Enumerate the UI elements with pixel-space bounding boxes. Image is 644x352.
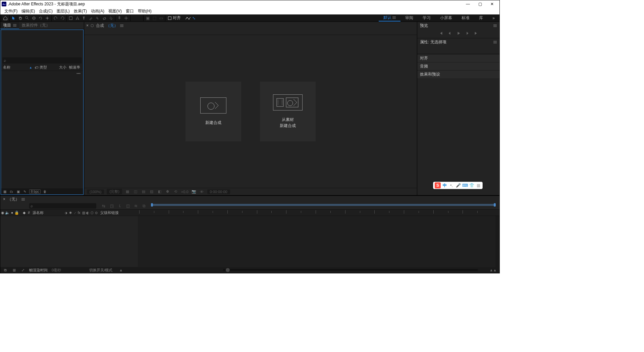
color-mgmt-icon[interactable]: ✲ bbox=[165, 189, 170, 194]
timeline-vscroll[interactable] bbox=[495, 216, 499, 267]
timeline-tracks[interactable]: ◩ bbox=[138, 216, 499, 267]
roto-tool[interactable] bbox=[108, 15, 114, 21]
properties-panel-header[interactable]: 属性: 无选择项 bbox=[417, 38, 499, 46]
toggle-switches-icon[interactable]: ⧉ bbox=[3, 268, 8, 272]
mode-2[interactable]: ⬚ bbox=[151, 15, 158, 21]
orbit-tool[interactable] bbox=[31, 15, 37, 21]
lock-col-icon[interactable]: 🔒 bbox=[14, 211, 19, 215]
video-col-icon[interactable]: ◉ bbox=[0, 211, 5, 215]
minimize-button[interactable]: — bbox=[462, 0, 474, 8]
workspace-learn[interactable]: 学习 bbox=[418, 14, 435, 21]
snap-toggle[interactable]: 对齐 bbox=[166, 15, 183, 21]
ime-punct-icon[interactable]: •, bbox=[449, 183, 454, 188]
maximize-button[interactable]: ▢ bbox=[474, 0, 486, 8]
current-time[interactable]: 0:00:00:00 bbox=[207, 189, 230, 194]
timeline-tab-label[interactable]: （无） bbox=[7, 196, 19, 202]
col-rate[interactable]: 帧速率 bbox=[68, 65, 81, 70]
trash-icon[interactable]: 🗑 bbox=[43, 190, 47, 193]
type-tool[interactable]: T bbox=[81, 15, 88, 21]
close-button[interactable]: ✕ bbox=[486, 0, 498, 8]
rect-tool[interactable] bbox=[67, 15, 74, 21]
redo-tool[interactable] bbox=[59, 15, 66, 21]
new-composition-card[interactable]: 新建合成 bbox=[185, 82, 241, 141]
bpc-badge[interactable]: 8 bpc bbox=[29, 189, 41, 194]
burger-icon[interactable] bbox=[120, 24, 123, 28]
close-tab-icon[interactable]: × bbox=[86, 23, 89, 28]
audio-panel-header[interactable]: 音频 bbox=[417, 62, 499, 70]
resolution-dropdown[interactable]: (完整) bbox=[107, 189, 122, 194]
shy-icon[interactable]: ⤹ bbox=[117, 204, 122, 208]
menu-edit[interactable]: 编辑(E) bbox=[19, 8, 37, 14]
last-frame-icon[interactable] bbox=[474, 31, 478, 37]
anchor-tool[interactable] bbox=[44, 15, 51, 21]
workspace-library[interactable]: 库 bbox=[474, 14, 488, 21]
prev-frame-icon[interactable] bbox=[447, 31, 452, 37]
menu-layer[interactable]: 图层(L) bbox=[55, 8, 72, 14]
project-item-list[interactable]: ⦁⦁⦁ bbox=[1, 71, 83, 188]
local-axis-tool[interactable] bbox=[123, 15, 129, 21]
switches-modes-toggle[interactable]: 切换开关/模式 bbox=[89, 268, 112, 273]
new-comp-icon[interactable]: ▣ bbox=[16, 190, 20, 193]
label-col-icon[interactable]: ◆ bbox=[22, 211, 26, 215]
ime-toolbox-icon[interactable]: ▦ bbox=[476, 183, 481, 188]
clone-tool[interactable] bbox=[94, 15, 101, 21]
rotate-tool[interactable] bbox=[37, 15, 44, 21]
new-adjustment-icon[interactable]: ✎ bbox=[22, 190, 27, 193]
draft3d-icon[interactable]: ◳ bbox=[109, 204, 114, 208]
ime-lang[interactable]: 中 bbox=[442, 183, 447, 188]
menu-anim[interactable]: 动画(A) bbox=[89, 8, 106, 14]
graph-editor-icon[interactable]: ⧉ bbox=[141, 204, 147, 208]
workspace-more[interactable]: » bbox=[488, 14, 499, 21]
menu-effect[interactable]: 效果(T) bbox=[72, 8, 89, 14]
menu-view[interactable]: 视图(V) bbox=[106, 8, 124, 14]
audio-col-icon[interactable]: 🔈 bbox=[5, 211, 10, 215]
exposure-value[interactable]: +0.0 bbox=[181, 190, 189, 194]
col-tag-icon[interactable]: 🏷 bbox=[34, 65, 38, 70]
burger-icon[interactable] bbox=[13, 24, 16, 27]
timeline-layer-list[interactable] bbox=[0, 216, 138, 267]
collapse-icon[interactable]: ⤡ bbox=[192, 16, 195, 20]
next-frame-icon[interactable] bbox=[465, 31, 470, 37]
expand-icon[interactable]: ↗↙ bbox=[185, 16, 191, 20]
ime-voice-icon[interactable]: 🎤 bbox=[455, 183, 461, 188]
menu-file[interactable]: 文件(F) bbox=[2, 8, 19, 14]
new-folder-icon[interactable]: 🗀 bbox=[9, 190, 14, 193]
timeline-work-area[interactable] bbox=[151, 203, 499, 209]
brush-tool[interactable] bbox=[88, 15, 94, 21]
burger-icon[interactable] bbox=[493, 24, 497, 28]
grid-icon[interactable]: ▦ bbox=[125, 189, 130, 194]
burger-icon[interactable] bbox=[21, 197, 25, 201]
effect-controls-tab[interactable]: 效果控件（无） bbox=[19, 22, 53, 29]
toggle-inout-icon[interactable]: ⤢ bbox=[20, 268, 25, 272]
toggle-modes-icon[interactable]: ⊞ bbox=[12, 268, 16, 272]
undo-tool[interactable] bbox=[52, 15, 59, 21]
mask-icon[interactable]: ◫ bbox=[133, 189, 138, 194]
switches-col[interactable]: ⬗✱⟋fx▧◐⬡⊙ bbox=[65, 211, 98, 214]
menu-help[interactable]: 帮助(H) bbox=[136, 8, 154, 14]
mode-1[interactable]: ▣ bbox=[144, 15, 151, 21]
timeline-zoom-slider[interactable] bbox=[223, 269, 478, 271]
ime-skin-icon[interactable]: 👕 bbox=[469, 183, 474, 188]
workspace-review[interactable]: 审阅 bbox=[400, 14, 418, 21]
workspace-small[interactable]: 小屏幕 bbox=[435, 14, 457, 21]
close-tab-icon[interactable]: × bbox=[3, 197, 5, 202]
selection-tool[interactable] bbox=[10, 15, 17, 21]
ime-toolbar[interactable]: S 中 •, 🎤 ⌨ 👕 ▦ bbox=[433, 182, 483, 189]
comp-mini-flow-icon[interactable]: ⇆ bbox=[101, 204, 106, 208]
show-snapshot-icon[interactable]: 👁 bbox=[199, 190, 205, 194]
home-tool[interactable] bbox=[2, 15, 9, 21]
zoom-dropdown[interactable]: (100%) bbox=[87, 189, 104, 194]
zoom-in-icon[interactable]: ▲▲ bbox=[489, 268, 497, 272]
motion-blur-icon[interactable]: ≋ bbox=[133, 204, 139, 208]
interpret-icon[interactable]: ▦ bbox=[2, 190, 7, 193]
mode-3[interactable]: ▭ bbox=[158, 15, 164, 21]
region-icon[interactable]: ◧ bbox=[157, 189, 162, 194]
col-type[interactable]: 类型 bbox=[40, 65, 54, 70]
zoom-out-icon[interactable]: ▲ bbox=[119, 268, 123, 272]
hand-tool[interactable] bbox=[17, 15, 24, 21]
pen-tool[interactable] bbox=[74, 15, 81, 21]
exposure-reset-icon[interactable]: ⟲ bbox=[173, 189, 178, 194]
flowchart-icon[interactable]: ⦁⦁⦁ bbox=[76, 72, 80, 76]
channel-icon[interactable]: ▤ bbox=[141, 189, 146, 194]
project-search[interactable]: ⌕ bbox=[2, 57, 82, 63]
